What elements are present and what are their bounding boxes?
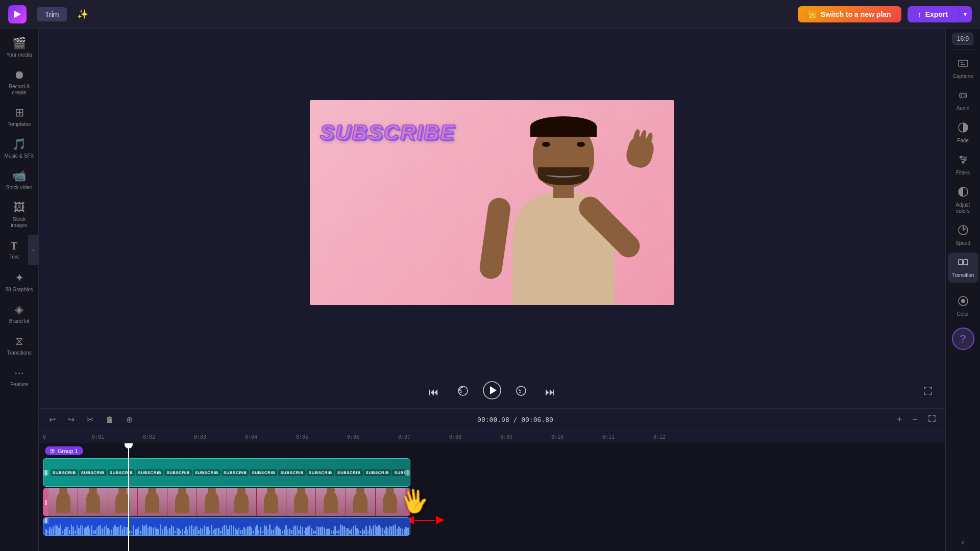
wave-bar-177 — [368, 530, 369, 534]
sidebar-item-stock-video[interactable]: 📹 Stock video — [2, 165, 37, 195]
wave-bar-47 — [131, 531, 132, 533]
track-handle-left-subscribe[interactable]: ‖ — [43, 470, 48, 475]
wave-bar-193 — [397, 529, 398, 536]
right-sidebar-item-audio[interactable]: Audio — [948, 86, 978, 116]
undo-button[interactable]: ↩ — [45, 413, 60, 427]
right-sidebar-item-adjust-colors[interactable]: Adjust colors — [948, 182, 978, 218]
wave-bar-57 — [149, 526, 151, 536]
forward-button[interactable]: 5 — [511, 383, 531, 401]
redo-button[interactable]: ↪ — [64, 413, 79, 427]
wave-bar-118 — [260, 527, 261, 536]
wave-bar-63 — [160, 524, 161, 536]
fullscreen-button[interactable] — [923, 386, 933, 398]
sub-chip-8: SUBSCRIB — [250, 469, 277, 476]
cut-button[interactable]: ✂ — [83, 413, 97, 427]
track-handle-left-video[interactable]: ‖ — [43, 488, 48, 516]
audio-track[interactable]: ‖ ‖ — [43, 517, 410, 536]
wave-bar-130 — [282, 531, 283, 533]
wave-bar-179 — [371, 529, 373, 535]
right-sidebar-item-fade[interactable]: Fade — [948, 118, 978, 148]
timeline-toolbar: ↩ ↪ ✂ 🗑 ⊕ 00:00.98 / 00:06.80 + − — [39, 409, 945, 431]
sidebar-expand-button[interactable]: › — [28, 235, 38, 265]
wave-bar-132 — [285, 525, 287, 536]
adjust-colors-icon — [958, 186, 969, 200]
right-sidebar-item-captions[interactable]: Captions — [948, 54, 978, 84]
wave-bar-30 — [100, 525, 102, 536]
sidebar-item-templates[interactable]: ⊞ Templates — [2, 102, 37, 132]
right-sidebar-item-filters[interactable]: Filters — [948, 150, 978, 180]
sidebar-item-stock-images[interactable]: 🖼 Stock images — [2, 197, 37, 233]
export-dropdown-button[interactable]: ▾ — [958, 6, 972, 22]
playhead[interactable] — [128, 443, 129, 551]
thumb-person-12 — [383, 491, 397, 513]
skip-back-button[interactable]: ⏮ — [425, 384, 443, 400]
help-button[interactable]: ? — [952, 328, 974, 350]
skip-forward-button[interactable]: ⏭ — [541, 384, 559, 400]
group-container: ⊞ Group 1 — [43, 444, 945, 457]
wave-bar-106 — [238, 528, 240, 536]
zoom-in-button[interactable]: + — [894, 413, 905, 426]
sidebar-item-transitions[interactable]: ⧖ Transitions — [2, 331, 37, 360]
sidebar-item-graphics[interactable]: ✦ 88 Graphics — [2, 267, 37, 297]
wave-bar-4 — [53, 527, 54, 536]
wave-bar-84 — [198, 530, 200, 534]
aspect-ratio-badge[interactable]: 16:9 — [952, 33, 973, 45]
wave-bar-14 — [71, 524, 72, 536]
sidebar-item-text[interactable]: T Text — [0, 236, 28, 264]
wave-bar-24 — [89, 529, 91, 535]
wave-bar-108 — [242, 530, 243, 535]
export-group: ↑ Export ▾ — [908, 6, 972, 22]
sidebar-item-feature[interactable]: ··· Feature — [2, 362, 37, 392]
sidebar-item-record-create[interactable]: ⏺ Record &create — [2, 64, 37, 100]
sidebar-item-your-media[interactable]: 🎬 Your media — [2, 33, 37, 62]
switch-plan-button[interactable]: 👑 Switch to a new plan — [798, 6, 901, 22]
wave-bar-153 — [324, 528, 325, 536]
thumb-person-6 — [205, 491, 219, 513]
wave-bar-107 — [240, 530, 241, 534]
sub-chip-6: SUBSCRIB — [193, 469, 220, 476]
video-track[interactable]: ‖ — [43, 488, 410, 516]
sidebar-item-brand[interactable]: ◈ Brand kit — [2, 299, 37, 329]
wave-bar-133 — [287, 529, 289, 535]
wave-bar-125 — [273, 530, 274, 535]
rewind-button[interactable]: 5 — [453, 383, 473, 401]
wave-bar-164 — [344, 526, 345, 536]
sub-chip-3: SUBSCRIB — [108, 469, 135, 476]
subscribe-chips: SUBSCRIB SUBSCRIB SUBSCRIB SUBSCRIB SUBS… — [48, 469, 405, 476]
track-handle-right-subscribe[interactable]: ‖ — [405, 470, 410, 475]
graphics-icon: ✦ — [15, 271, 24, 285]
sub-chip-12: SUBSCRIB — [364, 469, 391, 476]
sidebar-item-music-sfx[interactable]: 🎵 Music & SFX — [2, 134, 37, 163]
subscribe-track[interactable]: ‖ SUBSCRIB SUBSCRIB SUBSCRIB SUBSCRIB SU… — [43, 458, 410, 487]
sub-chip-13: SUBSCRI — [392, 469, 405, 476]
wave-bar-102 — [231, 525, 232, 536]
wave-bar-120 — [264, 525, 265, 536]
track-handle-right-video[interactable]: ‖ — [405, 488, 410, 516]
wave-bar-60 — [155, 527, 156, 536]
wave-bar-42 — [122, 529, 124, 535]
brand-icon: ◈ — [15, 303, 23, 316]
ruler-mark-4: 0:04 — [245, 434, 257, 440]
export-button[interactable]: ↑ Export — [908, 6, 958, 22]
wave-bar-6 — [56, 525, 58, 536]
thumb-person-5 — [175, 491, 189, 513]
right-sidebar-collapse-button[interactable]: ‹ — [962, 538, 964, 547]
delete-button[interactable]: 🗑 — [102, 413, 118, 427]
wave-bar-173 — [360, 531, 361, 533]
wave-bar-96 — [220, 531, 222, 534]
wave-bar-145 — [309, 525, 311, 536]
wave-bar-147 — [313, 531, 314, 534]
zoom-out-button[interactable]: − — [909, 413, 921, 426]
add-media-button[interactable]: ⊕ — [122, 413, 137, 427]
trim-button[interactable]: Trim — [37, 7, 67, 21]
play-button[interactable] — [483, 381, 501, 403]
ruler-mark-10: 0:10 — [551, 434, 564, 440]
right-sidebar-item-color[interactable]: Color — [948, 291, 978, 321]
magic-button[interactable]: ✨ — [73, 7, 92, 22]
track-handle-left-audio[interactable]: ‖ — [43, 518, 48, 523]
fit-button[interactable] — [925, 413, 939, 426]
wave-bar-37 — [113, 527, 114, 536]
right-sidebar-item-transition[interactable]: Transition — [948, 253, 978, 283]
right-sidebar-item-speed[interactable]: Speed — [948, 220, 978, 251]
audio-label: Audio — [957, 106, 970, 112]
